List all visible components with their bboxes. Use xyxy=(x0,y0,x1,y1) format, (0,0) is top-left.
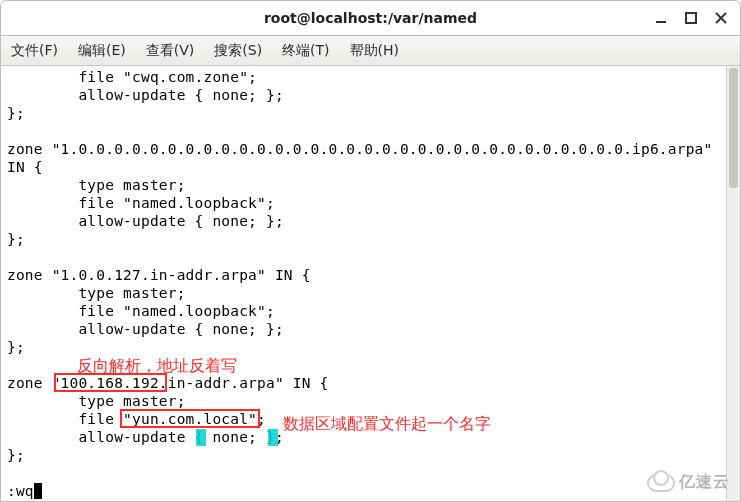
svg-rect-1 xyxy=(686,13,696,23)
cloud-icon xyxy=(647,474,675,492)
brace-highlight-open xyxy=(196,429,206,446)
menu-edit[interactable]: 编辑(E) xyxy=(74,40,130,62)
highlight-box-filename xyxy=(120,409,260,428)
scrollbar[interactable] xyxy=(726,66,740,501)
minimize-button[interactable] xyxy=(648,5,674,31)
menu-search[interactable]: 搜索(S) xyxy=(210,40,266,62)
menu-terminal[interactable]: 终端(T) xyxy=(278,40,333,62)
text-cursor xyxy=(34,483,42,499)
terminal-content: file "cwq.com.zone"; allow-update { none… xyxy=(1,66,740,502)
terminal-area[interactable]: file "cwq.com.zone"; allow-update { none… xyxy=(0,66,741,502)
watermark-text: 亿速云 xyxy=(679,472,730,493)
maximize-button[interactable] xyxy=(678,5,704,31)
menu-file[interactable]: 文件(F) xyxy=(7,40,62,62)
window-controls xyxy=(648,5,734,31)
titlebar: root@localhost:/var/named xyxy=(0,0,741,36)
annotation-file-label: 数据区域配置文件起一个名字 xyxy=(283,414,491,435)
window-title: root@localhost:/var/named xyxy=(264,10,477,26)
close-button[interactable] xyxy=(708,5,734,31)
watermark: 亿速云 xyxy=(647,472,730,493)
scrollbar-thumb[interactable] xyxy=(729,68,738,188)
menu-view[interactable]: 查看(V) xyxy=(142,40,199,62)
brace-highlight-close xyxy=(268,429,278,446)
menubar: 文件(F) 编辑(E) 查看(V) 搜索(S) 终端(T) 帮助(H) xyxy=(0,36,741,66)
menu-help[interactable]: 帮助(H) xyxy=(346,40,403,62)
highlight-box-ip xyxy=(54,373,167,392)
